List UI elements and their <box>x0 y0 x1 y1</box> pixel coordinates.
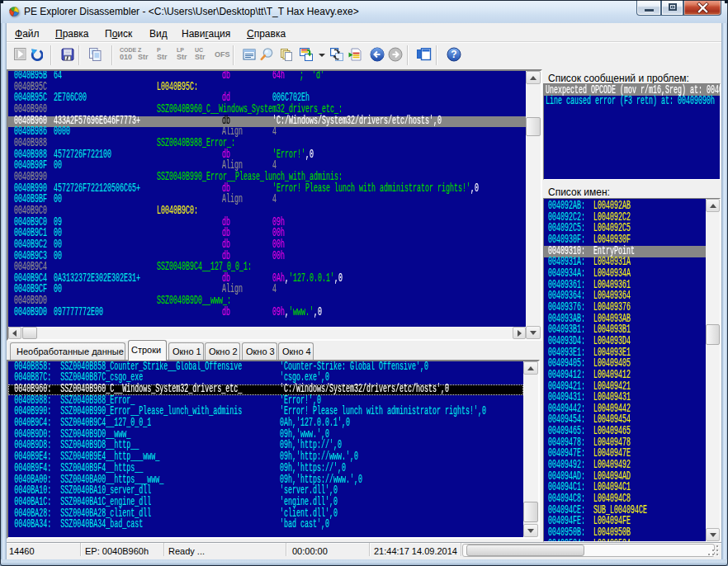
svg-text:?: ? <box>451 49 456 60</box>
